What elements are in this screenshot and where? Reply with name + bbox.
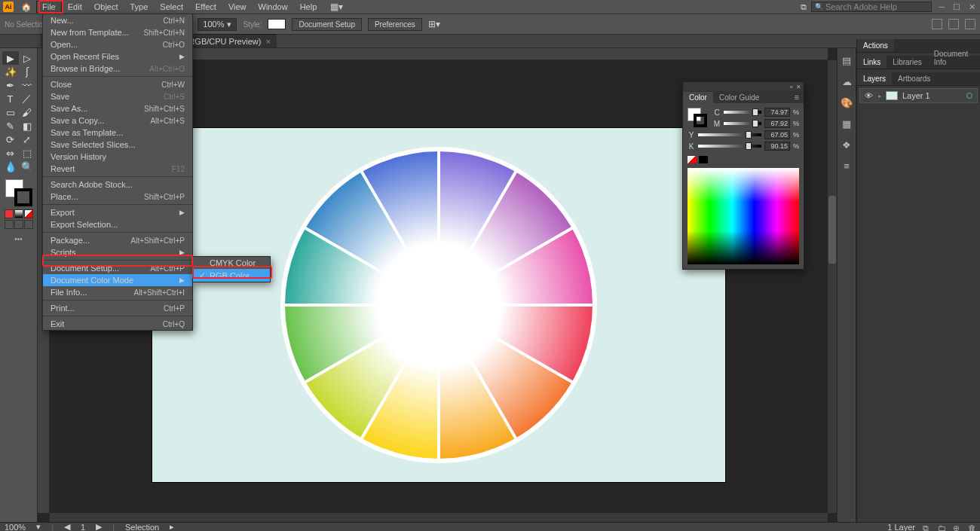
panel-stroke[interactable] <box>694 114 707 127</box>
preferences-button[interactable]: Preferences <box>368 18 422 31</box>
symbols-panel-icon[interactable]: ❖ <box>841 139 853 151</box>
selection-tool[interactable]: ▶ <box>2 51 19 65</box>
fill-stroke-controls[interactable] <box>4 178 34 208</box>
menu-view[interactable]: View <box>222 1 253 13</box>
file-menu-item[interactable]: Search Adobe Stock... <box>43 179 192 191</box>
color-mode-option[interactable]: CMYK Color <box>193 257 270 269</box>
swatches-panel-icon[interactable]: ▦ <box>841 117 853 130</box>
status-icon-4[interactable]: 🗑 <box>968 523 975 531</box>
none-swatch-icon[interactable] <box>688 156 697 163</box>
color-panel-titlebar[interactable]: « ✕ <box>683 82 804 91</box>
draw-normal-icon[interactable] <box>5 220 14 229</box>
lasso-tool[interactable]: ʃ <box>19 65 35 78</box>
layer-visibility-icon[interactable]: 👁 <box>865 91 874 100</box>
slider-track[interactable] <box>724 122 761 125</box>
document-info-tab[interactable]: Document Info <box>928 47 980 69</box>
brushes-panel-icon[interactable]: 🎨 <box>841 96 853 108</box>
file-menu-item[interactable]: ExitCtrl+Q <box>43 318 192 330</box>
menu-file[interactable]: File <box>36 1 62 13</box>
panel-menu-icon[interactable]: ≡ <box>790 91 804 103</box>
opacity-value[interactable]: 100%▾ <box>198 18 237 31</box>
slider-knob[interactable] <box>746 142 752 150</box>
slider-value[interactable]: 67.92 <box>764 119 790 128</box>
slider-value[interactable]: 67.05 <box>764 130 790 139</box>
artboard-number[interactable]: 1 <box>81 523 85 532</box>
pen-tool[interactable]: ✒ <box>2 78 19 92</box>
eraser-tool[interactable]: ◧ <box>19 119 35 133</box>
file-menu-item[interactable]: New from Template...Shift+Ctrl+N <box>43 26 192 38</box>
share-icon[interactable]: ⧉ <box>801 2 807 12</box>
arrange-icon-1[interactable] <box>932 19 942 29</box>
rectangle-tool[interactable]: ▭ <box>2 105 19 119</box>
links-tab[interactable]: Links <box>857 56 887 69</box>
gradient-mode-icon[interactable] <box>14 209 23 218</box>
layer-expand-icon[interactable]: ▸ <box>878 93 881 99</box>
color-mode-option[interactable]: ✓RGB Color <box>193 269 270 282</box>
style-swatch[interactable] <box>268 19 286 29</box>
scrollbar-vertical[interactable] <box>828 60 837 513</box>
slider-track[interactable] <box>698 145 761 148</box>
zoom-tool[interactable]: 🔍 <box>19 160 35 173</box>
properties-panel-icon[interactable]: ▤ <box>841 54 853 66</box>
arrange-icon-3[interactable] <box>965 19 975 29</box>
arrange-icon-2[interactable] <box>948 19 959 29</box>
slider-knob[interactable] <box>752 108 758 116</box>
document-setup-button[interactable]: Document Setup <box>292 18 362 31</box>
status-icon-2[interactable]: 🗀 <box>938 523 945 531</box>
panel-close-icon[interactable]: ✕ <box>796 84 801 90</box>
paintbrush-tool[interactable]: 🖌 <box>19 105 35 119</box>
black-swatch-icon[interactable] <box>699 156 708 163</box>
menu-type[interactable]: Type <box>124 1 155 13</box>
file-menu-item[interactable]: New...Ctrl+N <box>43 14 192 26</box>
color-guide-tab[interactable]: Color Guide <box>713 92 765 103</box>
file-menu-item[interactable]: Export▶ <box>43 206 192 218</box>
edit-toolbar-icon[interactable]: ••• <box>14 235 23 243</box>
menu-help[interactable]: Help <box>294 1 323 13</box>
magic-wand-tool[interactable]: ✨ <box>2 65 19 78</box>
slider-knob[interactable] <box>746 131 752 139</box>
close-button[interactable]: ✕ <box>966 2 977 11</box>
color-mode-icon[interactable] <box>5 209 14 218</box>
home-icon[interactable]: 🏠 <box>21 2 32 12</box>
file-menu-item[interactable]: Package...Alt+Shift+Ctrl+P <box>43 234 192 246</box>
menu-window[interactable]: Window <box>253 1 294 13</box>
artboard[interactable] <box>152 128 725 482</box>
status-icon-1[interactable]: ⧉ <box>923 523 930 531</box>
layer-row[interactable]: 👁 ▸ Layer 1 <box>859 88 978 103</box>
file-menu-item[interactable]: Save as Template... <box>43 127 192 139</box>
eyedropper-tool[interactable]: 💧 <box>2 160 19 173</box>
scrollbar-horizontal[interactable] <box>50 513 828 522</box>
file-menu-item[interactable]: Save a Copy...Alt+Ctrl+S <box>43 114 192 127</box>
actions-tab[interactable]: Actions <box>857 39 894 52</box>
type-tool[interactable]: T <box>2 92 19 105</box>
align-icon[interactable]: ⊞▾ <box>428 19 440 29</box>
layer-target-icon[interactable] <box>966 93 972 99</box>
shaper-tool[interactable]: ✎ <box>2 119 19 133</box>
curvature-tool[interactable]: 〰 <box>19 78 35 92</box>
zoom-level[interactable]: 100% <box>5 523 26 532</box>
file-menu-item[interactable]: Open...Ctrl+O <box>43 38 192 50</box>
color-spectrum[interactable] <box>688 168 799 264</box>
slider-track[interactable] <box>724 111 761 114</box>
scale-tool[interactable]: ⤢ <box>19 133 35 146</box>
draw-behind-icon[interactable] <box>14 220 23 229</box>
file-menu-item[interactable]: Document Setup...Alt+Ctrl+P <box>43 262 192 274</box>
panel-fill-stroke[interactable] <box>688 108 709 129</box>
layer-name[interactable]: Layer 1 <box>902 91 930 100</box>
line-tool[interactable]: ／ <box>19 92 35 105</box>
scrollbar-thumb[interactable] <box>828 196 836 264</box>
direct-selection-tool[interactable]: ▷ <box>19 51 35 65</box>
maximize-button[interactable]: ☐ <box>951 2 962 11</box>
menu-effect[interactable]: Effect <box>189 1 222 13</box>
slider-knob[interactable] <box>752 120 758 127</box>
artboard-prev-icon[interactable]: ◀ <box>64 522 70 531</box>
width-tool[interactable]: ⇔ <box>2 146 19 160</box>
tab-close-icon[interactable]: × <box>265 37 270 46</box>
slider-value[interactable]: 74.97 <box>764 108 790 117</box>
file-menu-item[interactable]: Scripts▶ <box>43 246 192 258</box>
slider-track[interactable] <box>698 133 761 136</box>
color-tab[interactable]: Color <box>683 92 713 103</box>
file-menu-item[interactable]: CloseCtrl+W <box>43 78 192 90</box>
libraries-panel-icon[interactable]: ☁ <box>841 75 853 87</box>
status-menu-icon[interactable]: ▸ <box>170 522 174 531</box>
